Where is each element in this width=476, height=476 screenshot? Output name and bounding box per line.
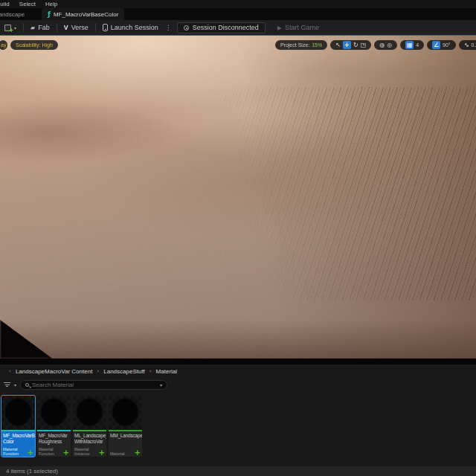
filter-icon[interactable]	[4, 382, 10, 387]
item-count-label: 4 items (1 selected)	[6, 468, 58, 475]
breadcrumb-item-material[interactable]: Material	[156, 368, 177, 375]
chevron-down-icon: ▾	[14, 25, 16, 30]
search-input[interactable]	[32, 382, 157, 388]
asset-type-label: Material Function	[39, 447, 63, 456]
surface-snap-icon[interactable]: ◎	[387, 40, 392, 50]
asset-type-label: Material Instance	[74, 447, 99, 456]
search-icon	[25, 383, 29, 387]
chevron-right-icon: ›	[97, 368, 99, 374]
chevron-right-icon: ›	[9, 368, 11, 374]
add-cube-icon: +	[4, 25, 11, 31]
session-status-box[interactable]: Session Disconnected	[177, 22, 266, 33]
scalability-pill[interactable]: Scalability: High	[10, 40, 58, 50]
add-content-button[interactable]: + ▾	[0, 20, 21, 35]
menu-item-help[interactable]: Help	[45, 1, 57, 7]
asset-name: MF_MacroVarBaseColor	[3, 433, 33, 444]
tab-landscape-label: Landscape	[0, 11, 25, 18]
asset-name: MF_MacroVarRoughness	[39, 433, 69, 444]
tab-mf-macrovarbasecolor[interactable]: ƒ MF_MacroVarBaseColor	[42, 8, 124, 20]
session-status-label: Session Disconnected	[193, 24, 259, 31]
tab-bar: Landscape ƒ MF_MacroVarBaseColor	[0, 8, 476, 20]
viewport-warning-pills: ay Scalability: High	[0, 40, 58, 50]
launch-session-label: Launch Session	[111, 24, 158, 31]
transform-tools-group: ↖ + ↻ ◳	[330, 40, 371, 50]
level-viewport[interactable]: ay Scalability: High Project Size: 15% ↖…	[0, 35, 476, 358]
scale-tool-icon[interactable]: ◳	[361, 40, 367, 50]
world-space-icon[interactable]: ◍	[379, 40, 385, 50]
grid-snap-icon: ▦	[405, 41, 414, 49]
add-to-project-icon[interactable]: +	[135, 450, 141, 456]
coordinate-snap-group: ◍ ◎	[374, 40, 397, 50]
play-icon: ▶	[277, 25, 282, 31]
terrain-grain	[0, 36, 476, 358]
toolbar-divider	[57, 23, 57, 32]
asset-tile-mf-macrovarbasecolor[interactable]: MF_MacroVarBaseColor Material Function +	[1, 396, 35, 457]
grid-snap-value: 4	[416, 42, 419, 48]
asset-thumbnail	[37, 396, 71, 430]
add-to-project-icon[interactable]: +	[99, 450, 105, 456]
asset-tile-mm-landscape[interactable]: MM_Landscape Material +	[109, 396, 142, 457]
asset-thumbnail	[1, 396, 35, 430]
asset-thumbnail	[109, 396, 142, 430]
add-to-project-icon[interactable]: +	[28, 450, 33, 456]
toolbar-divider	[23, 23, 24, 32]
rotate-tool-icon[interactable]: ↻	[353, 40, 358, 50]
menu-bar: Build Select Help	[0, 0, 476, 8]
asset-tile-ml-landscape-withmacrovar[interactable]: ML_Landscape_WithMacroVar Material Insta…	[73, 396, 106, 457]
menu-item-select[interactable]: Select	[19, 1, 36, 7]
fab-label: Fab	[38, 24, 50, 31]
project-size-pill[interactable]: Project Size: 15%	[275, 40, 327, 50]
rotation-snap-value: 90°	[443, 42, 451, 48]
asset-grid: MF_MacroVarBaseColor Material Function +…	[0, 391, 476, 457]
status-bar: 4 items (1 selected)	[0, 466, 476, 476]
fab-button[interactable]: ▰ Fab	[26, 20, 54, 35]
filter-caret-icon[interactable]: ▾	[14, 382, 16, 387]
breadcrumb-item-landscapestuff[interactable]: LandscapeStuff	[103, 368, 144, 375]
asset-type-label: Material	[110, 451, 125, 456]
asset-type-label: Material Function	[3, 447, 28, 456]
launch-session-button[interactable]: Launch Session	[98, 20, 163, 35]
search-row: ▾ ▾	[0, 378, 476, 391]
tab-landscape[interactable]: Landscape	[0, 8, 28, 20]
asset-name: ML_Landscape_WithMacroVar	[74, 433, 105, 444]
more-options-icon[interactable]: ⋮	[163, 24, 174, 31]
asset-name: MM_Landscape	[110, 433, 141, 439]
fab-icon: ▰	[30, 25, 35, 31]
search-box: ▾	[20, 380, 167, 390]
panel-divider	[0, 358, 476, 364]
add-to-project-icon[interactable]: +	[63, 450, 69, 456]
toolbar-divider	[95, 23, 96, 32]
chevron-right-icon: ›	[149, 368, 152, 374]
viewport-toolbar: Project Size: 15% ↖ + ↻ ◳ ◍ ◎ ▦ 4 ∠ 90° …	[275, 40, 475, 50]
session-status-icon	[184, 25, 189, 30]
breadcrumb: › LandscapeMacroVar Content › LandscapeS…	[0, 364, 476, 378]
verse-label: Verse	[71, 24, 89, 31]
menu-item-build[interactable]: Build	[0, 1, 10, 7]
rotation-snap-icon: ∠	[432, 41, 440, 49]
breadcrumb-item-root[interactable]: LandscapeMacroVar Content	[16, 368, 92, 375]
project-size-value: 15%	[312, 42, 322, 48]
verse-icon: V	[64, 24, 68, 31]
grid-snap-pill[interactable]: ▦ 4	[400, 40, 424, 50]
move-tool-icon[interactable]: +	[343, 41, 351, 49]
scale-snap-icon: ↔	[461, 40, 472, 51]
start-game-label: Start Game	[285, 24, 319, 31]
material-function-icon: ƒ	[48, 10, 51, 18]
asset-tile-mf-macrovarroughness[interactable]: MF_MacroVarRoughness Material Function +	[37, 396, 71, 457]
clipped-warning-pill[interactable]: ay	[0, 40, 7, 50]
verse-button[interactable]: V Verse	[60, 20, 93, 35]
rotation-snap-pill[interactable]: ∠ 90°	[427, 40, 456, 50]
scale-snap-pill[interactable]: ↔ 0.25	[459, 40, 476, 50]
start-game-button[interactable]: ▶ Start Game	[273, 20, 324, 35]
device-icon	[103, 24, 108, 31]
asset-thumbnail	[73, 396, 106, 430]
search-options-caret-icon[interactable]: ▾	[160, 382, 162, 387]
select-tool-icon[interactable]: ↖	[335, 40, 341, 50]
content-browser: › LandscapeMacroVar Content › LandscapeS…	[0, 364, 476, 476]
tab-mf-label: MF_MacroVarBaseColor	[54, 11, 118, 18]
main-toolbar: + ▾ ▰ Fab V Verse Launch Session ⋮ Sessi…	[0, 20, 476, 35]
